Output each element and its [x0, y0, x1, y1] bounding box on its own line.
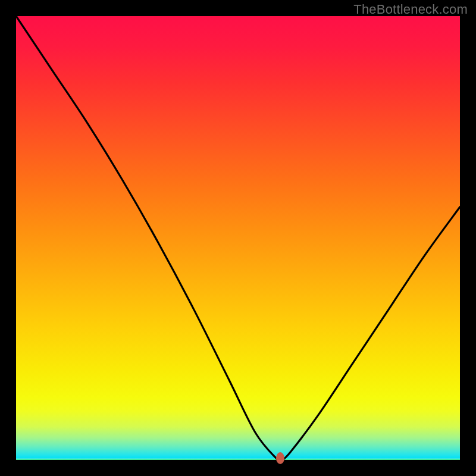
valley-marker	[276, 452, 284, 464]
attribution-text: TheBottleneck.com	[353, 2, 468, 17]
bottleneck-curve	[16, 16, 460, 462]
curve-svg	[16, 16, 460, 460]
chart-wrapper: TheBottleneck.com	[0, 0, 476, 476]
